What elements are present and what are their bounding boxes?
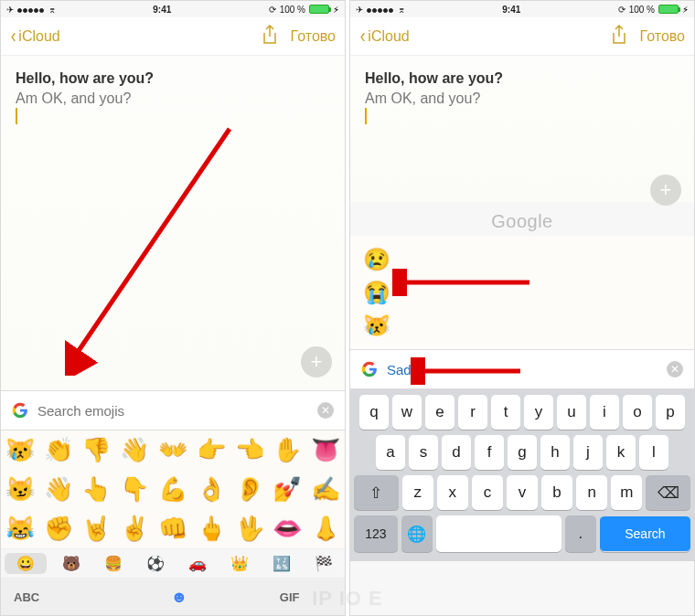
key-g[interactable]: g bbox=[508, 435, 537, 470]
back-button[interactable]: ‹ iCloud bbox=[359, 28, 410, 45]
key-s[interactable]: s bbox=[409, 435, 438, 470]
key-r[interactable]: r bbox=[458, 395, 487, 430]
emoji-cell[interactable]: 👇 bbox=[115, 470, 154, 509]
status-time: 9:41 bbox=[56, 5, 269, 15]
emoji-cell[interactable]: 😿 bbox=[1, 430, 39, 470]
done-button[interactable]: Готово bbox=[291, 28, 336, 45]
emoji-tab-icon[interactable]: ☻ bbox=[124, 588, 235, 607]
key-w[interactable]: w bbox=[392, 395, 422, 430]
google-header: Google bbox=[350, 202, 694, 236]
note-line-1: Hello, how are you? bbox=[16, 70, 330, 87]
key-p[interactable]: p bbox=[656, 395, 685, 430]
emoji-cell[interactable]: 👎 bbox=[78, 430, 116, 470]
emoji-cell[interactable]: 👊 bbox=[154, 509, 192, 548]
result-emoji[interactable]: 😢 bbox=[363, 243, 694, 276]
key-z[interactable]: z bbox=[402, 475, 433, 510]
airplane-icon: ✈︎ bbox=[6, 5, 14, 15]
emoji-search-input[interactable] bbox=[37, 403, 317, 419]
clear-icon[interactable]: ✕ bbox=[317, 402, 334, 419]
note-body[interactable]: Hello, how are you? Am OK, and you? + bbox=[1, 56, 345, 390]
emoji-cell[interactable]: 👋 bbox=[115, 430, 154, 470]
result-emoji[interactable]: 😿 bbox=[363, 309, 694, 342]
key-x[interactable]: x bbox=[437, 475, 468, 510]
back-button[interactable]: ‹ iCloud bbox=[10, 28, 60, 45]
emoji-cell[interactable]: 👂 bbox=[230, 470, 269, 509]
search-key[interactable]: Search bbox=[600, 515, 690, 552]
nav-bar: ‹ iCloud Готово bbox=[350, 17, 694, 56]
key-m[interactable]: m bbox=[611, 475, 642, 510]
clear-icon[interactable]: ✕ bbox=[667, 361, 683, 377]
share-icon[interactable] bbox=[611, 25, 627, 48]
shift-key[interactable]: ⇧ bbox=[354, 475, 399, 510]
emoji-category-row[interactable]: 😀🐻🍔⚽🚗👑🔣🏁 bbox=[1, 548, 345, 579]
key-u[interactable]: u bbox=[557, 395, 586, 430]
key-f[interactable]: f bbox=[475, 435, 504, 470]
emoji-cell[interactable]: ✋ bbox=[268, 430, 306, 470]
key-t[interactable]: t bbox=[491, 395, 520, 430]
emoji-search-bar[interactable]: ✕ bbox=[1, 390, 345, 430]
done-button[interactable]: Готово bbox=[640, 28, 685, 45]
emoji-cell[interactable]: 👋 bbox=[39, 470, 78, 509]
emoji-cell[interactable]: 😹 bbox=[1, 509, 39, 548]
emoji-cell[interactable]: ✌️ bbox=[115, 509, 154, 548]
emoji-cell[interactable]: 😼 bbox=[1, 470, 39, 509]
emoji-cell[interactable]: 💪 bbox=[154, 470, 192, 509]
emoji-cell[interactable]: 👏 bbox=[39, 430, 78, 470]
add-button[interactable]: + bbox=[301, 346, 332, 377]
key-i[interactable]: i bbox=[590, 395, 619, 430]
note-line-2: Am OK, and you? bbox=[365, 90, 679, 107]
rotation-lock-icon: ⟳ bbox=[618, 5, 626, 15]
emoji-cell[interactable]: 💅 bbox=[268, 470, 306, 509]
emoji-cell[interactable]: 👌 bbox=[192, 470, 230, 509]
emoji-cell[interactable]: 🤘 bbox=[78, 509, 116, 548]
globe-key[interactable]: 🌐 bbox=[401, 515, 433, 552]
emoji-category[interactable]: 😀 bbox=[5, 553, 47, 574]
key-j[interactable]: j bbox=[573, 435, 603, 470]
emoji-category[interactable]: 🐻 bbox=[50, 549, 92, 578]
emoji-cell[interactable]: 👄 bbox=[268, 509, 306, 548]
key-c[interactable]: c bbox=[472, 475, 503, 510]
emoji-category[interactable]: 👑 bbox=[219, 549, 261, 578]
key-q[interactable]: q bbox=[359, 395, 389, 430]
gif-button[interactable]: GIF bbox=[234, 590, 345, 604]
key-e[interactable]: e bbox=[425, 395, 454, 430]
abc-button[interactable]: ABC bbox=[1, 590, 124, 604]
battery-icon bbox=[658, 5, 679, 14]
emoji-cell[interactable]: 👃 bbox=[306, 509, 345, 548]
add-button[interactable]: + bbox=[650, 175, 681, 206]
emoji-category[interactable]: 🚗 bbox=[176, 549, 219, 578]
key-o[interactable]: o bbox=[623, 395, 652, 430]
emoji-cell[interactable]: ✍️ bbox=[306, 470, 345, 509]
backspace-key[interactable]: ⌫ bbox=[646, 475, 690, 510]
emoji-category[interactable]: 🔣 bbox=[261, 549, 303, 578]
emoji-cell[interactable]: 🖖 bbox=[230, 509, 269, 548]
emoji-category[interactable]: 🏁 bbox=[303, 549, 345, 578]
key-k[interactable]: k bbox=[606, 435, 636, 470]
emoji-cell[interactable]: ✊ bbox=[39, 509, 78, 548]
space-key[interactable] bbox=[436, 515, 561, 552]
emoji-category[interactable]: ⚽ bbox=[134, 549, 176, 578]
key-n[interactable]: n bbox=[576, 475, 607, 510]
numeric-key[interactable]: 123 bbox=[354, 515, 398, 552]
share-icon[interactable] bbox=[262, 25, 278, 48]
emoji-category[interactable]: 🍔 bbox=[92, 549, 134, 578]
key-d[interactable]: d bbox=[442, 435, 471, 470]
period-key[interactable]: . bbox=[565, 515, 596, 552]
key-a[interactable]: a bbox=[376, 435, 405, 470]
emoji-cell[interactable]: 👅 bbox=[306, 430, 345, 470]
emoji-cell[interactable]: 👆 bbox=[78, 470, 116, 509]
note-body[interactable]: Hello, how are you? Am OK, and you? + bbox=[350, 56, 694, 202]
key-b[interactable]: b bbox=[541, 475, 572, 510]
emoji-cell[interactable]: 👉 bbox=[192, 430, 230, 470]
result-emoji[interactable]: 😭 bbox=[363, 276, 694, 309]
emoji-search-bar[interactable]: ✕ bbox=[350, 349, 694, 389]
key-y[interactable]: y bbox=[524, 395, 553, 430]
emoji-search-input[interactable] bbox=[387, 362, 667, 377]
wifi-icon: ⌆ bbox=[48, 5, 56, 15]
key-v[interactable]: v bbox=[507, 475, 538, 510]
key-h[interactable]: h bbox=[540, 435, 570, 470]
emoji-cell[interactable]: 👐 bbox=[154, 430, 192, 470]
emoji-cell[interactable]: 🖕 bbox=[192, 509, 230, 548]
emoji-cell[interactable]: 👈 bbox=[230, 430, 269, 470]
key-l[interactable]: l bbox=[639, 435, 668, 470]
